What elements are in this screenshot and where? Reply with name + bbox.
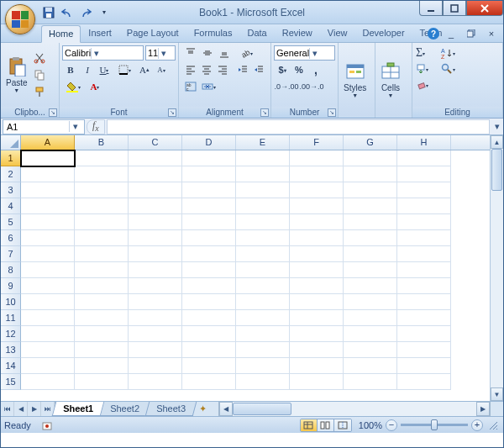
- cell[interactable]: [182, 294, 236, 310]
- undo-icon[interactable]: [60, 5, 75, 20]
- cell[interactable]: [344, 198, 397, 214]
- cell[interactable]: [290, 374, 344, 390]
- column-header[interactable]: C: [129, 135, 182, 150]
- page-break-view-icon[interactable]: [334, 419, 351, 431]
- merge-center-button[interactable]: ▾: [199, 79, 218, 94]
- cut-icon[interactable]: [31, 50, 48, 66]
- cell[interactable]: [21, 326, 75, 342]
- autosum-button[interactable]: Σ▾: [415, 45, 426, 61]
- column-header[interactable]: D: [182, 135, 236, 150]
- cell[interactable]: [290, 358, 344, 374]
- cell[interactable]: [236, 230, 290, 246]
- cell[interactable]: [21, 278, 75, 294]
- cell[interactable]: [290, 182, 344, 198]
- tab-home[interactable]: Home: [41, 25, 81, 43]
- name-box[interactable]: A1 ▾: [3, 119, 85, 134]
- cell[interactable]: [129, 166, 182, 182]
- cell[interactable]: [21, 246, 75, 262]
- cell[interactable]: [75, 310, 129, 326]
- cell[interactable]: [182, 326, 236, 342]
- minimize-button[interactable]: [419, 1, 443, 16]
- row-header[interactable]: 2: [1, 166, 21, 182]
- expand-formula-bar-icon[interactable]: ▾: [491, 121, 503, 132]
- border-button[interactable]: ▾: [116, 62, 133, 77]
- cell[interactable]: [75, 214, 129, 230]
- cell[interactable]: [182, 198, 236, 214]
- cell[interactable]: [21, 166, 75, 182]
- cell[interactable]: [129, 182, 182, 198]
- align-bottom-icon[interactable]: [216, 45, 233, 61]
- tab-page-layout[interactable]: Page Layout: [119, 24, 186, 42]
- cell[interactable]: [21, 342, 75, 358]
- cell[interactable]: [290, 214, 344, 230]
- vertical-scrollbar[interactable]: ▲ ▼: [490, 135, 503, 401]
- tab-data[interactable]: Data: [239, 24, 274, 42]
- page-layout-view-icon[interactable]: [318, 419, 334, 431]
- cell[interactable]: [129, 150, 182, 166]
- percent-format-icon[interactable]: %: [291, 62, 307, 77]
- cell[interactable]: [75, 246, 129, 262]
- cell[interactable]: [290, 262, 344, 278]
- cell[interactable]: [290, 278, 344, 294]
- cell[interactable]: [182, 262, 236, 278]
- italic-button[interactable]: I: [79, 62, 96, 77]
- cell[interactable]: [236, 342, 290, 358]
- cell[interactable]: [397, 150, 451, 166]
- tab-insert[interactable]: Insert: [81, 24, 119, 42]
- styles-button[interactable]: Styles▼: [342, 60, 368, 100]
- dialog-launcher-icon[interactable]: ↘: [49, 108, 57, 117]
- wrap-text-button[interactable]: abc: [182, 79, 199, 94]
- cell[interactable]: [290, 150, 344, 166]
- cell[interactable]: [344, 374, 397, 390]
- cell[interactable]: [75, 262, 129, 278]
- paste-button[interactable]: Paste ▼: [4, 55, 29, 95]
- cell[interactable]: [75, 198, 129, 214]
- redo-icon[interactable]: [78, 5, 93, 20]
- cell[interactable]: [236, 374, 290, 390]
- cell[interactable]: [290, 166, 344, 182]
- workbook-close-icon[interactable]: ×: [483, 26, 500, 41]
- cell[interactable]: [75, 342, 129, 358]
- cell[interactable]: [182, 342, 236, 358]
- cell[interactable]: [75, 230, 129, 246]
- cell[interactable]: [182, 310, 236, 326]
- increase-decimal-icon[interactable]: .0→.00: [274, 79, 299, 94]
- cell[interactable]: [21, 310, 75, 326]
- find-select-button[interactable]: ▾: [440, 61, 456, 76]
- scroll-up-icon[interactable]: ▲: [491, 135, 503, 149]
- zoom-handle[interactable]: [431, 419, 438, 430]
- maximize-button[interactable]: [443, 1, 466, 16]
- cell[interactable]: [236, 326, 290, 342]
- cell[interactable]: [21, 358, 75, 374]
- chevron-down-icon[interactable]: ▾: [158, 48, 168, 59]
- cell[interactable]: [21, 230, 75, 246]
- close-button[interactable]: [466, 1, 503, 16]
- prev-sheet-icon[interactable]: ◀: [14, 402, 28, 416]
- cell[interactable]: [344, 294, 397, 310]
- cell[interactable]: [397, 310, 451, 326]
- row-header[interactable]: 8: [1, 262, 21, 278]
- cell[interactable]: [236, 214, 290, 230]
- increase-indent-icon[interactable]: [251, 62, 267, 77]
- tab-formulas[interactable]: Formulas: [186, 24, 240, 42]
- row-header[interactable]: 1: [1, 150, 21, 166]
- cell[interactable]: [75, 374, 129, 390]
- align-left-icon[interactable]: [182, 62, 198, 77]
- cell[interactable]: [182, 150, 236, 166]
- ribbon-minimize-icon[interactable]: _: [443, 26, 459, 41]
- cell[interactable]: [236, 278, 290, 294]
- cell[interactable]: [236, 198, 290, 214]
- sheet-tab[interactable]: Sheet1: [52, 402, 105, 416]
- row-header[interactable]: 14: [1, 358, 21, 374]
- cell[interactable]: [182, 166, 236, 182]
- cell[interactable]: [290, 326, 344, 342]
- workbook-restore-icon[interactable]: [463, 26, 480, 41]
- cell[interactable]: [129, 342, 182, 358]
- sheet-tab[interactable]: Sheet2: [99, 402, 150, 416]
- cell[interactable]: [397, 294, 451, 310]
- column-header[interactable]: B: [75, 135, 129, 150]
- cell[interactable]: [129, 262, 182, 278]
- cell[interactable]: [397, 230, 451, 246]
- tab-developer[interactable]: Developer: [354, 24, 412, 42]
- cell[interactable]: [129, 310, 182, 326]
